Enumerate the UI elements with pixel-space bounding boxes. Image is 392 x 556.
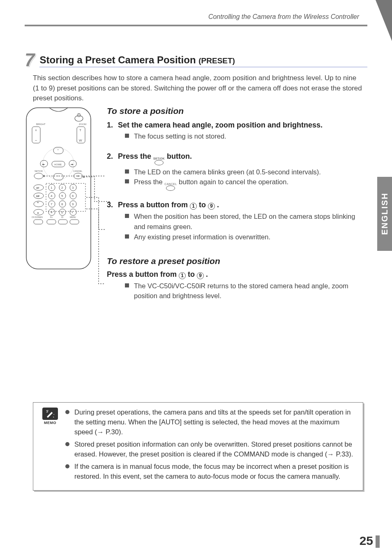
header-rule [25,25,367,26]
bullet-dot-icon [65,442,69,446]
memo-item-1: During preset operations, the camera pan… [74,408,355,437]
step-1-text: Set the camera head angle, zoom position… [118,121,323,129]
svg-text:HOME: HOME [54,163,62,166]
step-2-bullet-1: The LED on the camera blinks green (at 0… [134,167,359,177]
svg-line-73 [53,417,54,417]
step-1-num: 1. [107,121,116,130]
svg-text:˄: ˄ [57,149,59,153]
svg-text:SET/OK: SET/OK [35,170,43,172]
bullet-dot-icon [65,464,69,468]
circled-1-icon: 1 [179,272,186,279]
running-header: Controlling the Camera from the Wireless… [208,13,359,21]
svg-text:∞: ∞ [37,201,39,204]
step-2-bullet-2: Press the CANCEL button again to cancel … [134,177,359,191]
svg-text:9: 9 [72,202,74,206]
store-heading: To store a position [107,106,359,116]
svg-text:T: T [79,128,81,132]
step-2-prefix: Press the [118,152,153,160]
section-number: 7 [25,51,35,69]
setok-button-icon: SET/OK [153,158,165,165]
svg-text:ON SCREEN: ON SCREEN [32,216,43,218]
svg-text:3: 3 [72,186,74,190]
remote-zoom-label: ZOOM [79,123,86,125]
svg-text:◂•: ◂• [42,162,45,166]
svg-text:–: – [35,138,37,142]
svg-text:0: 0 [61,211,63,214]
circled-9-icon: 9 [208,203,215,210]
svg-text:CANCEL: CANCEL [73,170,82,172]
step-3-prefix: Press a button from [118,201,190,209]
step-1-bullet-1: The focus setting is not stored. [134,131,359,141]
step-3: 3. Press a button from 1 to 9 . [107,201,359,210]
svg-text:AF: AF [36,187,39,189]
bullet-square-icon [125,134,129,138]
svg-text:♯: ♯ [71,211,73,214]
language-tab: ENGLISH [377,177,392,251]
bullet-dot-icon [65,410,69,414]
circled-9-icon: 9 [197,272,204,279]
svg-text:Fn: Fn [50,216,53,218]
svg-text:MENU: MENU [70,216,76,218]
svg-text:ID: ID [61,216,63,218]
page-number: 25 [360,534,373,548]
page-decor [376,535,380,548]
remote-illustration: BRIGHT + – ZOOM T W ˄ ˅ ◂• •▸ HOME SET/O… [25,106,92,271]
svg-line-72 [46,410,48,412]
step-3-bullet-2: Any existing preset information is overw… [134,232,359,242]
svg-text:6: 6 [72,194,74,198]
svg-text:5: 5 [61,194,63,198]
section-title-bar: Storing a Preset Camera Position (PRESET… [39,54,367,67]
step-3-bullet-1: When the position has been stored, the L… [134,211,359,232]
svg-text:2: 2 [61,186,63,190]
memo-item-2: Stored preset position information can o… [74,440,355,459]
svg-text:W: W [79,139,82,142]
step-1: 1. Set the camera head angle, zoom posit… [107,121,359,130]
bullet-square-icon [125,214,129,218]
svg-text:1: 1 [51,186,53,190]
section-heading: 7 Storing a Preset Camera Position (PRES… [25,53,367,69]
step-2-num: 2. [107,152,116,161]
cancel-button-icon: CANCEL [164,183,177,191]
bullet-square-icon [125,179,129,183]
corner-decor [376,0,392,41]
memo-item-3: If the camera is in manual focus mode, t… [74,462,355,482]
svg-text:•▸: •▸ [71,162,74,166]
svg-text:+: + [35,128,37,132]
step-2-suffix: button. [167,152,192,160]
step-2: 2. Press the SET/OK button. [107,152,359,165]
remote-bright-label: BRIGHT [36,123,46,125]
restore-prefix: Press a button from [107,270,179,278]
restore-bullet-1: The VC-C50i/VC-C50iR returns to the stor… [134,281,359,301]
circled-1-icon: 1 [190,203,197,210]
section-title: Storing a Preset Camera Position [39,54,198,65]
svg-text:7: 7 [51,202,53,206]
memo-list: During preset operations, the camera pan… [65,408,355,484]
svg-text:✳: ✳ [50,211,53,214]
memo-label: MEMO [44,421,56,425]
bullet-square-icon [125,169,129,174]
svg-point-25 [78,176,79,177]
svg-text:˅: ˅ [57,175,59,179]
svg-text:▴: ▴ [37,211,39,214]
memo-box: MEMO During preset operations, the camer… [33,402,363,491]
intro-paragraph: This section describes how to store a ca… [33,73,363,104]
step-3-num: 3. [107,201,116,209]
bullet-square-icon [125,234,129,239]
memo-icon: MEMO [41,408,60,425]
section-title-paren: (PRESET) [198,56,235,65]
restore-line: Press a button from 1 to 9 . [107,270,359,279]
svg-text:8: 8 [61,202,63,206]
restore-heading: To restore a preset position [107,256,359,266]
svg-text:4: 4 [51,194,53,198]
svg-text:MF: MF [36,195,40,197]
bullet-square-icon [125,283,129,287]
